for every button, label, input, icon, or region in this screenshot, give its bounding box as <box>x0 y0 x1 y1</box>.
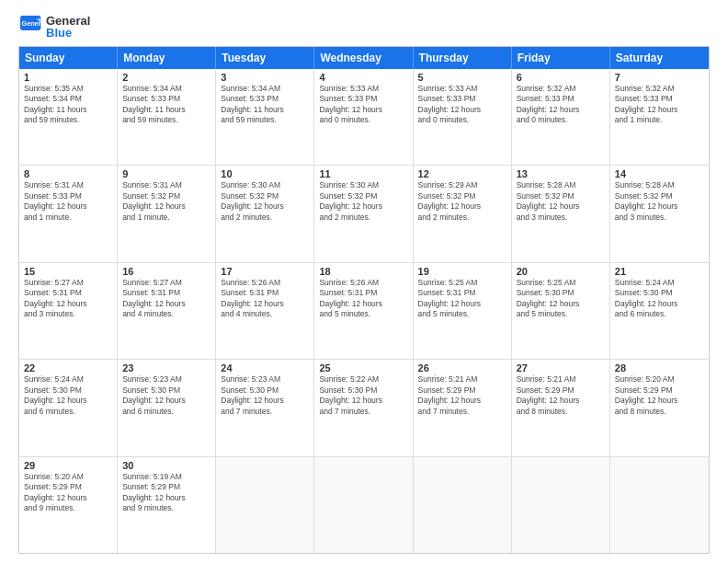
calendar-row-1: 1Sunrise: 5:35 AM Sunset: 5:34 PM Daylig… <box>19 69 709 165</box>
day-info: Sunrise: 5:20 AM Sunset: 5:29 PM Dayligh… <box>615 374 704 417</box>
day-cell-16: 16Sunrise: 5:27 AM Sunset: 5:31 PM Dayli… <box>118 263 216 359</box>
day-number: 29 <box>24 460 112 471</box>
calendar-header-row: SundayMondayTuesdayWednesdayThursdayFrid… <box>19 47 709 69</box>
logo-icon: General <box>20 16 42 38</box>
day-number: 9 <box>122 168 210 179</box>
day-cell-13: 13Sunrise: 5:28 AM Sunset: 5:32 PM Dayli… <box>512 166 610 261</box>
day-number: 5 <box>418 72 506 83</box>
day-cell-4: 4Sunrise: 5:33 AM Sunset: 5:33 PM Daylig… <box>314 69 413 165</box>
day-number: 20 <box>517 266 605 277</box>
day-info: Sunrise: 5:30 AM Sunset: 5:32 PM Dayligh… <box>221 180 309 223</box>
day-cell-10: 10Sunrise: 5:30 AM Sunset: 5:32 PM Dayli… <box>216 166 314 261</box>
day-cell-6: 6Sunrise: 5:32 AM Sunset: 5:33 PM Daylig… <box>512 69 610 165</box>
day-number: 10 <box>221 168 309 179</box>
header-cell-tuesday: Tuesday <box>216 47 314 69</box>
empty-cell-4-3 <box>314 457 413 553</box>
day-cell-7: 7Sunrise: 5:32 AM Sunset: 5:33 PM Daylig… <box>610 69 709 165</box>
day-cell-28: 28Sunrise: 5:20 AM Sunset: 5:29 PM Dayli… <box>610 360 709 455</box>
empty-cell-4-6 <box>610 457 709 553</box>
day-info: Sunrise: 5:20 AM Sunset: 5:29 PM Dayligh… <box>24 472 112 514</box>
header-cell-monday: Monday <box>118 47 216 69</box>
day-info: Sunrise: 5:28 AM Sunset: 5:32 PM Dayligh… <box>615 180 704 223</box>
day-number: 18 <box>319 266 407 277</box>
day-info: Sunrise: 5:33 AM Sunset: 5:33 PM Dayligh… <box>418 84 506 126</box>
day-number: 7 <box>615 72 704 83</box>
day-cell-1: 1Sunrise: 5:35 AM Sunset: 5:34 PM Daylig… <box>19 69 118 165</box>
day-number: 14 <box>615 168 704 179</box>
day-info: Sunrise: 5:30 AM Sunset: 5:32 PM Dayligh… <box>319 180 407 223</box>
day-cell-14: 14Sunrise: 5:28 AM Sunset: 5:32 PM Dayli… <box>610 166 709 261</box>
day-number: 24 <box>221 362 309 373</box>
calendar: SundayMondayTuesdayWednesdayThursdayFrid… <box>18 46 710 554</box>
calendar-row-5: 29Sunrise: 5:20 AM Sunset: 5:29 PM Dayli… <box>19 456 709 553</box>
day-info: Sunrise: 5:24 AM Sunset: 5:30 PM Dayligh… <box>615 278 704 320</box>
day-cell-11: 11Sunrise: 5:30 AM Sunset: 5:32 PM Dayli… <box>314 166 413 261</box>
day-info: Sunrise: 5:22 AM Sunset: 5:30 PM Dayligh… <box>319 374 407 417</box>
day-info: Sunrise: 5:35 AM Sunset: 5:34 PM Dayligh… <box>24 84 112 126</box>
day-cell-2: 2Sunrise: 5:34 AM Sunset: 5:33 PM Daylig… <box>118 69 216 165</box>
header-cell-saturday: Saturday <box>610 47 709 69</box>
calendar-row-2: 8Sunrise: 5:31 AM Sunset: 5:33 PM Daylig… <box>19 165 709 261</box>
day-info: Sunrise: 5:26 AM Sunset: 5:31 PM Dayligh… <box>221 278 309 320</box>
day-number: 6 <box>517 72 605 83</box>
logo-blue-text: Blue <box>46 27 90 39</box>
day-number: 15 <box>24 266 112 277</box>
day-info: Sunrise: 5:24 AM Sunset: 5:30 PM Dayligh… <box>24 374 112 417</box>
day-number: 25 <box>319 362 407 373</box>
header-cell-sunday: Sunday <box>19 47 118 69</box>
day-info: Sunrise: 5:31 AM Sunset: 5:33 PM Dayligh… <box>24 180 112 223</box>
day-cell-8: 8Sunrise: 5:31 AM Sunset: 5:33 PM Daylig… <box>19 166 118 261</box>
day-info: Sunrise: 5:26 AM Sunset: 5:31 PM Dayligh… <box>319 278 407 320</box>
day-number: 27 <box>517 362 605 373</box>
header: General General Blue <box>18 15 710 39</box>
day-number: 23 <box>122 362 210 373</box>
day-info: Sunrise: 5:28 AM Sunset: 5:32 PM Dayligh… <box>517 180 605 223</box>
day-info: Sunrise: 5:32 AM Sunset: 5:33 PM Dayligh… <box>517 84 605 126</box>
day-cell-22: 22Sunrise: 5:24 AM Sunset: 5:30 PM Dayli… <box>19 360 118 455</box>
day-info: Sunrise: 5:34 AM Sunset: 5:33 PM Dayligh… <box>221 84 309 126</box>
day-cell-21: 21Sunrise: 5:24 AM Sunset: 5:30 PM Dayli… <box>610 263 709 359</box>
calendar-page: General General Blue SundayMondayTuesday… <box>0 0 728 563</box>
day-info: Sunrise: 5:21 AM Sunset: 5:29 PM Dayligh… <box>418 374 506 417</box>
day-number: 13 <box>517 168 605 179</box>
header-cell-friday: Friday <box>512 47 610 69</box>
day-info: Sunrise: 5:33 AM Sunset: 5:33 PM Dayligh… <box>319 84 407 126</box>
empty-cell-4-4 <box>414 457 512 553</box>
day-number: 21 <box>615 266 704 277</box>
day-info: Sunrise: 5:21 AM Sunset: 5:29 PM Dayligh… <box>517 374 605 417</box>
calendar-row-3: 15Sunrise: 5:27 AM Sunset: 5:31 PM Dayli… <box>19 262 709 359</box>
day-cell-5: 5Sunrise: 5:33 AM Sunset: 5:33 PM Daylig… <box>414 69 512 165</box>
logo: General General Blue <box>18 15 90 39</box>
day-info: Sunrise: 5:25 AM Sunset: 5:30 PM Dayligh… <box>517 278 605 320</box>
header-cell-wednesday: Wednesday <box>314 47 413 69</box>
day-number: 26 <box>418 362 506 373</box>
day-cell-24: 24Sunrise: 5:23 AM Sunset: 5:30 PM Dayli… <box>216 360 314 455</box>
day-number: 28 <box>615 362 704 373</box>
day-cell-27: 27Sunrise: 5:21 AM Sunset: 5:29 PM Dayli… <box>512 360 610 455</box>
day-cell-18: 18Sunrise: 5:26 AM Sunset: 5:31 PM Dayli… <box>314 263 413 359</box>
day-cell-17: 17Sunrise: 5:26 AM Sunset: 5:31 PM Dayli… <box>216 263 314 359</box>
day-number: 11 <box>319 168 407 179</box>
day-info: Sunrise: 5:27 AM Sunset: 5:31 PM Dayligh… <box>24 278 112 320</box>
day-number: 22 <box>24 362 112 373</box>
day-number: 3 <box>221 72 309 83</box>
day-number: 17 <box>221 266 309 277</box>
day-info: Sunrise: 5:25 AM Sunset: 5:31 PM Dayligh… <box>418 278 506 320</box>
day-cell-29: 29Sunrise: 5:20 AM Sunset: 5:29 PM Dayli… <box>19 457 118 553</box>
day-cell-9: 9Sunrise: 5:31 AM Sunset: 5:32 PM Daylig… <box>118 166 216 261</box>
calendar-body: 1Sunrise: 5:35 AM Sunset: 5:34 PM Daylig… <box>19 69 709 553</box>
day-number: 2 <box>122 72 210 83</box>
svg-text:General: General <box>22 19 42 28</box>
day-info: Sunrise: 5:31 AM Sunset: 5:32 PM Dayligh… <box>122 180 210 223</box>
day-number: 19 <box>418 266 506 277</box>
header-cell-thursday: Thursday <box>414 47 512 69</box>
day-info: Sunrise: 5:19 AM Sunset: 5:29 PM Dayligh… <box>122 472 210 514</box>
day-info: Sunrise: 5:23 AM Sunset: 5:30 PM Dayligh… <box>221 374 309 417</box>
day-number: 4 <box>319 72 407 83</box>
day-info: Sunrise: 5:23 AM Sunset: 5:30 PM Dayligh… <box>122 374 210 417</box>
day-number: 8 <box>24 168 112 179</box>
day-cell-3: 3Sunrise: 5:34 AM Sunset: 5:33 PM Daylig… <box>216 69 314 165</box>
day-cell-25: 25Sunrise: 5:22 AM Sunset: 5:30 PM Dayli… <box>314 360 413 455</box>
day-number: 1 <box>24 72 112 83</box>
day-cell-23: 23Sunrise: 5:23 AM Sunset: 5:30 PM Dayli… <box>118 360 216 455</box>
